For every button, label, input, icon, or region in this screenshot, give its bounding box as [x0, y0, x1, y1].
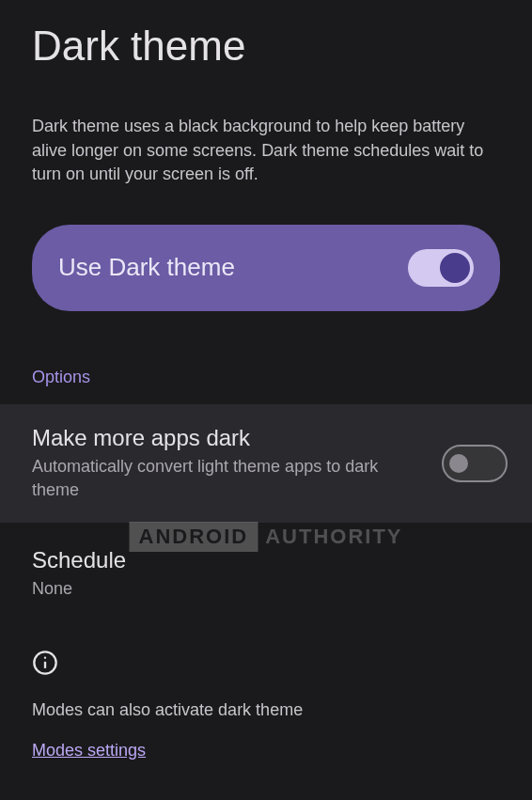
switch-thumb — [449, 454, 468, 473]
make-more-apps-dark-row[interactable]: Make more apps dark Automatically conver… — [0, 404, 532, 523]
schedule-title: Schedule — [32, 547, 500, 573]
make-more-apps-dark-subtitle: Automatically convert light theme apps t… — [32, 455, 423, 502]
modes-settings-link[interactable]: Modes settings — [32, 741, 146, 761]
svg-point-2 — [44, 657, 46, 659]
use-dark-theme-row[interactable]: Use Dark theme — [32, 225, 500, 311]
info-section: Modes can also activate dark theme Modes… — [0, 601, 532, 761]
make-more-apps-dark-title: Make more apps dark — [32, 425, 423, 451]
make-more-apps-dark-switch[interactable] — [442, 445, 508, 482]
info-icon — [32, 650, 58, 676]
schedule-value: None — [32, 577, 500, 601]
page-title: Dark theme — [0, 0, 532, 70]
options-section-header: Options — [0, 311, 532, 387]
use-dark-theme-switch[interactable] — [408, 249, 474, 287]
use-dark-theme-label: Use Dark theme — [58, 253, 235, 282]
info-text: Modes can also activate dark theme — [32, 700, 500, 720]
schedule-row[interactable]: Schedule None — [0, 523, 532, 601]
switch-thumb — [440, 253, 470, 283]
page-description: Dark theme uses a black background to he… — [0, 70, 532, 187]
